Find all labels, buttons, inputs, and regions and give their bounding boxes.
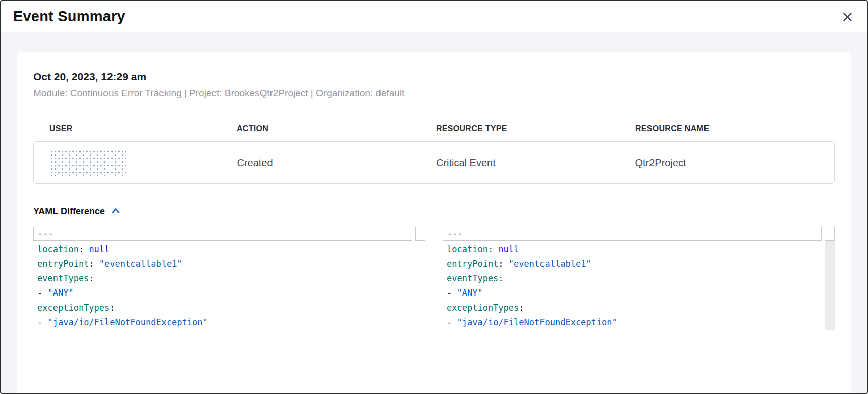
column-header-resource-type: RESOURCE TYPE [436,124,635,133]
yaml-difference-header: YAML Difference [33,206,835,217]
code-lines: ---location: nullentryPoint: "eventcalla… [33,227,412,330]
code-token-plain: : [498,259,508,269]
code-line: --- [33,227,412,241]
column-header-action: ACTION [237,124,436,133]
code-token-key: entryPoint [447,259,498,269]
code-token-key: location [37,244,79,254]
code-token-plain: --- [447,228,463,238]
code-line: - "java/io/FileNotFoundException" [33,315,412,330]
code-line: - "ANY" [443,286,822,301]
yaml-panel-after: ---location: nullentryPoint: "eventcalla… [443,227,835,330]
code-token-plain: - [37,317,47,327]
scrollbar-thumb[interactable] [415,227,425,241]
modal-body: Oct 20, 2023, 12:29 am Module: Continuou… [1,32,867,393]
code-token-plain: : [79,244,89,254]
code-token-key: eventTypes [37,273,89,283]
code-line: eventTypes: [33,271,412,286]
code-token-string: "eventcallable1" [99,259,182,269]
code-token-key: exceptionTypes [37,303,110,313]
code-token-string: "ANY" [457,288,482,298]
code-line: entryPoint: "eventcallable1" [443,257,822,271]
code-token-plain: - [37,288,47,298]
column-header-user: USER [33,124,237,133]
code-token-string: "java/io/FileNotFoundException" [457,317,617,327]
scrollbar-track[interactable] [825,227,835,330]
code-token-plain: : [89,259,99,269]
user-cell [34,150,237,176]
event-meta: Module: Continuous Error Tracking | Proj… [33,88,835,99]
scrollbar-thumb[interactable] [825,227,835,241]
code-token-plain: - [447,288,457,298]
event-summary-modal: { "modal": { "title": "Event Summary", "… [0,0,868,394]
collapse-toggle[interactable] [110,206,121,217]
code-line: exceptionTypes: [33,301,412,315]
code-line: --- [443,227,822,241]
chevron-up-icon [111,207,120,216]
code-token-plain: : [519,303,524,313]
code-token-null: null [498,244,519,254]
yaml-diff-container: ---location: nullentryPoint: "eventcalla… [33,227,835,330]
code-token-null: null [89,244,110,254]
table-row: Created Critical Event Qtr2Project [33,141,835,184]
modal-header: Event Summary × [1,1,867,32]
code-token-string: "ANY" [47,288,73,298]
code-token-string: "java/io/FileNotFoundException" [47,317,207,327]
code-token-plain: : [488,244,498,254]
event-timestamp: Oct 20, 2023, 12:29 am [33,71,835,83]
event-card: Oct 20, 2023, 12:29 am Module: Continuou… [17,52,851,393]
code-token-key: location [447,244,488,254]
code-token-plain: : [89,273,94,283]
action-cell: Created [237,157,436,169]
code-line: - "java/io/FileNotFoundException" [443,315,822,330]
code-token-plain: : [498,273,503,283]
code-token-string: "eventcallable1" [509,259,591,269]
resource-type-cell: Critical Event [436,157,635,169]
close-icon[interactable]: × [841,9,854,24]
column-header-resource-name: RESOURCE NAME [635,124,835,133]
code-line: entryPoint: "eventcallable1" [33,257,412,271]
code-token-key: exceptionTypes [447,303,519,313]
page-title: Event Summary [13,8,125,25]
scrollbar-track[interactable] [415,227,425,330]
code-line: - "ANY" [33,286,412,301]
code-token-plain: - [447,317,457,327]
code-lines: ---location: nullentryPoint: "eventcalla… [443,227,822,330]
code-line: eventTypes: [443,271,822,286]
redacted-user-avatar [50,150,126,176]
table-header-row: USER ACTION RESOURCE TYPE RESOURCE NAME [33,124,835,133]
code-token-plain: : [110,303,115,313]
code-line: location: null [443,242,822,257]
code-token-key: entryPoint [37,259,89,269]
yaml-difference-label: YAML Difference [33,206,105,217]
code-line: exceptionTypes: [443,301,822,315]
resource-name-cell: Qtr2Project [635,157,834,169]
code-line: location: null [33,242,412,257]
yaml-panel-before: ---location: nullentryPoint: "eventcalla… [33,227,425,330]
code-token-plain: --- [38,228,53,238]
code-token-key: eventTypes [447,273,498,283]
